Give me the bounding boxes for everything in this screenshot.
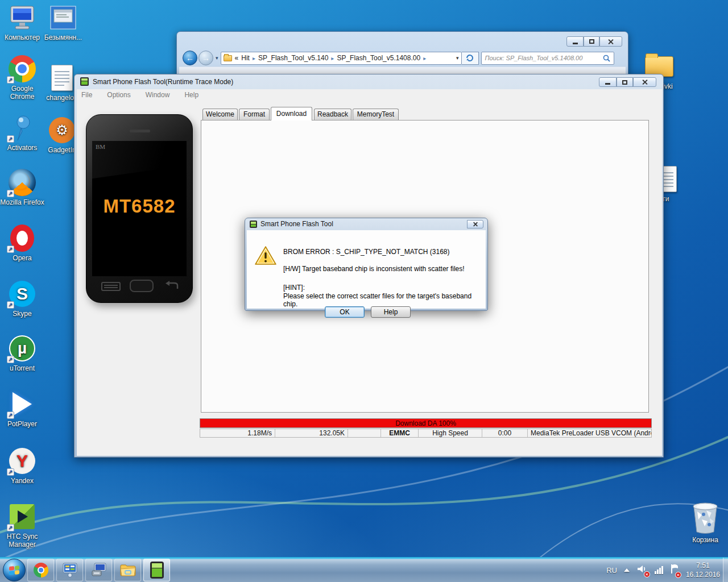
close-button[interactable]	[467, 220, 483, 228]
utorrent-glyph: µ	[18, 344, 27, 352]
brom-error-dialog: Smart Phone Flash Tool BROM ERROR : S_CH…	[245, 218, 488, 311]
refresh-button[interactable]	[462, 52, 479, 65]
flashtool-app-icon	[80, 77, 89, 86]
desktop-icon-utorrent[interactable]: µ↗ uTorrent	[0, 334, 44, 372]
chrome-icon	[34, 563, 48, 577]
firefox-icon: ↗	[8, 168, 36, 197]
show-hidden-icons-button[interactable]	[624, 568, 630, 572]
status-bar: 1.18M/s 132.05K EMMC High Speed 0:00 Med…	[200, 429, 652, 438]
menu-help[interactable]: Help	[184, 91, 198, 99]
clock-time: 7:51	[686, 561, 720, 570]
desktop-icon-activators[interactable]: ↗ Activators	[0, 114, 44, 152]
forward-button[interactable]: →	[198, 51, 213, 65]
desktop-icon-label: Skype	[0, 310, 44, 318]
shortcut-arrow-icon: ↗	[7, 411, 14, 419]
address-dropdown-icon[interactable]: ▾	[456, 55, 459, 61]
phone-keys	[86, 280, 192, 293]
search-input[interactable]: Поиск: SP_Flash_Tool_v5.1408.00	[481, 52, 614, 65]
tab-readback[interactable]: Readback	[314, 109, 351, 120]
search-icon	[603, 55, 610, 62]
phone-preview: BM MT6582	[86, 114, 193, 303]
language-indicator[interactable]: RU	[606, 566, 617, 575]
shortcut-arrow-icon: ↗	[7, 356, 14, 363]
close-button[interactable]	[599, 36, 622, 47]
tab-memorytest[interactable]: MemoryTest	[353, 109, 399, 120]
desktop-icon-recycle-bin[interactable]: Корзина	[680, 499, 728, 544]
htc-sync-icon: ↗	[8, 502, 36, 531]
dialog-title: Smart Phone Flash Tool	[260, 220, 333, 228]
desktop-icon-label: Корзина	[680, 536, 728, 544]
desktop-icon-opera[interactable]: ↗ Opera	[0, 224, 44, 262]
menubar: File Options Window Help	[77, 89, 662, 101]
flashtool-window-controls	[599, 77, 656, 87]
utorrent-icon: µ↗	[8, 334, 36, 363]
desktop-icon-computer[interactable]: Компьютер	[0, 3, 44, 41]
shortcut-arrow-icon: ↗	[7, 468, 14, 476]
address-bar[interactable]: « Hit ▸ SP_Flash_Tool_v5.140 ▸ SP_Flash_…	[221, 52, 462, 65]
minimize-button[interactable]	[566, 36, 584, 47]
desktop-icon-skype[interactable]: S↗ Skype	[0, 280, 44, 318]
volume-icon[interactable]: ×	[636, 564, 648, 576]
maximize-button[interactable]	[617, 77, 633, 87]
dialog-body: BROM ERROR : S_CHIP_TYPE_NOT_MATCH (3168…	[247, 230, 486, 309]
flashtool-app-icon	[250, 221, 257, 228]
network-signal-icon[interactable]	[655, 566, 663, 574]
breadcrumb-v5140800[interactable]: SP_Flash_Tool_v5.1408.00	[337, 54, 420, 62]
close-button[interactable]	[633, 77, 656, 87]
history-caret-icon[interactable]: ▾	[216, 55, 218, 61]
skype-glyph: S	[16, 290, 28, 298]
taskbar-chrome-button[interactable]	[27, 559, 54, 581]
phone-speaker	[130, 130, 150, 132]
dialog-window-controls	[467, 220, 483, 228]
gadget-icon: ⚙	[48, 116, 76, 144]
dialog-titlebar: Smart Phone Flash Tool	[250, 220, 333, 228]
desktop-icon-label: Activators	[0, 144, 44, 152]
device-manager-icon	[91, 563, 107, 577]
shortcut-arrow-icon: ↗	[7, 301, 14, 309]
help-button[interactable]: Help	[371, 306, 411, 318]
taskbar-flashtool-button[interactable]	[143, 559, 170, 581]
back-button[interactable]: ←	[183, 51, 197, 65]
tab-format[interactable]: Format	[239, 109, 270, 120]
menu-options[interactable]: Options	[107, 91, 130, 99]
windows-logo-icon	[9, 566, 19, 575]
desktop-icon-htc-sync[interactable]: ↗ HTC Sync Manager	[0, 502, 44, 548]
start-button[interactable]	[3, 559, 26, 581]
clock-date: 16.12.2016	[686, 570, 720, 579]
tab-download[interactable]: Download	[271, 107, 312, 120]
control-panel-icon	[62, 563, 78, 577]
desktop-icon-potplayer[interactable]: ↗ PotPlayer	[0, 390, 44, 428]
taskbar-device-manager-button[interactable]	[85, 559, 112, 581]
flashtool-icon	[150, 562, 164, 579]
show-desktop-button[interactable]	[723, 558, 728, 582]
phone-back-key-icon	[164, 281, 180, 291]
status-time: 0:00	[482, 429, 528, 437]
taskbar-clock[interactable]: 7:51 16.12.2016	[686, 561, 720, 579]
desktop-icon-label: Безымянн...	[41, 34, 85, 41]
breadcrumb-hit[interactable]: Hit	[241, 54, 250, 62]
folder-icon	[224, 55, 232, 61]
dialog-error-line: BROM ERROR : S_CHIP_TYPE_NOT_MATCH (3168…	[283, 248, 450, 256]
status-empty	[348, 429, 381, 437]
menu-file[interactable]: File	[81, 91, 92, 99]
tab-welcome[interactable]: Welcome	[202, 109, 238, 120]
chrome-icon: ↗	[8, 55, 36, 83]
ok-button[interactable]: OK	[325, 306, 365, 318]
desktop-icon-google-chrome[interactable]: ↗ Google Chrome	[0, 55, 44, 101]
opera-icon: ↗	[8, 224, 36, 252]
menu-window[interactable]: Window	[146, 91, 170, 99]
phone-chip-label: MT6582	[92, 196, 187, 217]
desktop-icon-yandex[interactable]: Y↗ Yandex	[0, 447, 44, 485]
action-center-flag-icon[interactable]: ×	[670, 564, 679, 576]
search-text: Поиск: SP_Flash_Tool_v5.1408.00	[485, 55, 583, 61]
maximize-button[interactable]	[584, 36, 599, 47]
desktop-icon-unnamed-image[interactable]: Безымянн...	[41, 3, 85, 41]
desktop-icon-firefox[interactable]: ↗ Mozilla Firefox	[0, 168, 44, 206]
taskbar-explorer-button[interactable]	[114, 559, 141, 581]
minimize-button[interactable]	[599, 77, 617, 87]
status-size: 132.05K	[275, 429, 348, 437]
pushpin-icon: ↗	[8, 114, 36, 142]
breadcrumb-v5140[interactable]: SP_Flash_Tool_v5.140	[258, 54, 328, 62]
taskbar-control-panel-button[interactable]	[56, 559, 83, 581]
dialog-hw-line: [H/W] Target baseband chip is inconsiste…	[283, 265, 465, 273]
